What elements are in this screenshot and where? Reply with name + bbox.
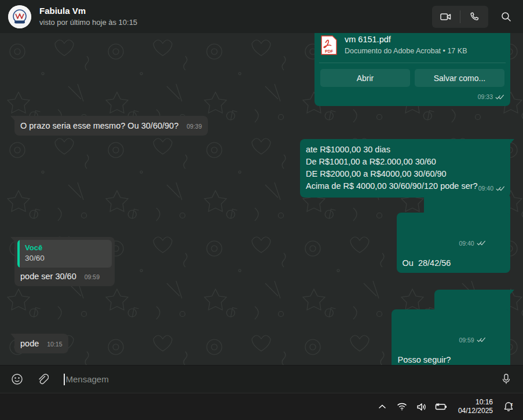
message-text: O prazo seria esse mesmo? Ou 30/60/90? [20,120,178,132]
message-input[interactable] [66,374,491,384]
message-time: 09:40 [459,238,474,249]
search-in-chat-button[interactable] [498,8,515,25]
tray-date: 04/12/2025 [458,407,493,415]
pdf-file-meta: Documento do Adobe Acrobat • 17 KB [345,46,467,56]
wifi-icon [397,403,407,411]
delivered-ticks-icon [496,185,505,192]
terms-line: De R$1001,00 a R$2.000,00 30/60 [306,156,504,168]
wifi-status-button[interactable] [394,399,409,414]
message-time: 09:39 [186,120,202,132]
search-icon [500,11,512,23]
message-text: pode ser 30/60 [20,271,76,282]
svg-text:z: z [511,402,513,406]
message-text: Posso seguir? [397,354,451,365]
quote-text: 30/60 [25,253,45,264]
message-composer [0,365,523,393]
windows-taskbar: 10:16 04/12/2025 z [0,393,523,420]
open-pdf-button[interactable]: Abrir [320,69,410,87]
video-call-button[interactable] [432,6,460,28]
pdf-file-icon: PDF [320,35,338,56]
contact-avatar[interactable] [8,5,31,28]
chat-header: Fabiula Vm visto por último hoje às 10:1… [0,0,523,33]
battery-status-button[interactable] [434,399,449,414]
voice-record-button[interactable] [499,372,514,387]
message-time: 10:15 [47,338,62,350]
battery-saver-icon [435,403,447,411]
pdf-time-row: 09:33 [320,91,504,103]
delivered-ticks-icon [477,217,504,269]
video-camera-icon [440,11,452,23]
contact-last-seen: visto por último hoje às 10:15 [39,17,432,28]
save-pdf-button[interactable]: Salvar como... [415,69,504,87]
paperclip-icon [36,373,49,385]
pdf-message-divider [319,63,506,63]
contact-name: Fabiula Vm [39,5,432,17]
emoji-picker-button[interactable] [9,372,24,387]
phone-icon [469,11,480,23]
message-incoming-reply[interactable]: Você 30/60 pode ser 30/60 09:59 [14,237,115,286]
speaker-icon [416,403,427,411]
message-text: Ou 28/42/56 [403,257,451,269]
bell-dnd-icon: z [503,401,514,412]
pdf-filename: vm 6151.pdf [345,34,467,45]
message-input-wrap [64,374,491,385]
quote-author: Você [25,243,45,253]
taskbar-clock[interactable]: 10:16 04/12/2025 [458,398,493,415]
tray-overflow-button[interactable] [375,399,390,414]
chevron-up-icon [378,404,386,409]
chat-area: PDF vm 6151.pdf Documento do Adobe Acrob… [0,33,523,365]
emoji-smiley-icon [11,373,23,385]
header-actions [432,6,515,28]
system-tray: 10:16 04/12/2025 z [375,398,516,415]
avatar-logo [8,5,31,28]
message-text: pode [20,338,39,349]
quote-body: Você 30/60 [20,240,50,268]
microphone-icon [500,373,512,385]
attach-file-button[interactable] [35,372,50,387]
message-time: 09:59 [459,334,474,346]
call-buttons-group [432,6,488,28]
voice-call-button[interactable] [460,6,488,28]
message-time: 09:33 [478,91,493,103]
pdf-file-row[interactable]: PDF vm 6151.pdf Documento do Adobe Acrob… [320,34,504,56]
message-pdf-document[interactable]: PDF vm 6151.pdf Documento do Adobe Acrob… [314,33,510,106]
whatsapp-window: Fabiula Vm visto por último hoje às 10:1… [0,0,523,420]
terms-line: DE R$2000,00 a R$4000,00 30/60/90 [306,168,504,180]
volume-status-button[interactable] [414,399,429,414]
text-caret [64,374,65,385]
pdf-action-buttons: Abrir Salvar como... [320,69,504,87]
delivered-ticks-icon [495,94,504,100]
message-time: 09:59 [85,271,100,283]
quoted-message[interactable]: Você 30/60 [17,240,112,268]
notification-center-button[interactable]: z [501,399,516,414]
message-outgoing-posso-seguir[interactable]: Posso seguir? 09:59 [392,309,510,365]
tray-time: 10:16 [458,398,493,407]
terms-line: Acima de R$ 4000,00 30/60/90/120 pode se… [306,180,504,192]
delivered-ticks-icon [477,313,504,365]
message-outgoing-terms[interactable]: ate R$1000,00 30 dias De R$1001,00 a R$2… [300,139,510,198]
pdf-file-texts: vm 6151.pdf Documento do Adobe Acrobat •… [345,34,467,56]
message-incoming-question[interactable]: O prazo seria esse mesmo? Ou 30/60/90? 0… [14,116,208,136]
terms-line: ate R$1000,00 30 dias [306,144,504,156]
message-time: 09:40 [478,182,493,194]
svg-text:PDF: PDF [325,49,334,53]
contact-info[interactable]: Fabiula Vm visto por último hoje às 10:1… [39,5,432,28]
message-outgoing-alt-terms[interactable]: Ou 28/42/56 09:40 [397,213,510,273]
message-incoming-pode[interactable]: pode 10:15 [14,334,68,353]
